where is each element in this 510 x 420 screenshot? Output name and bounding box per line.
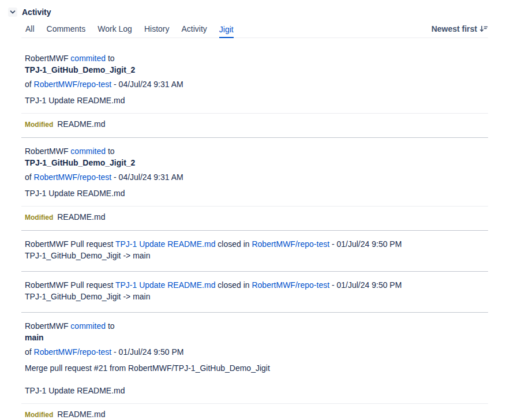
pull-request-body: RobertMWF Pull request TPJ-1 Update READ… <box>21 238 488 271</box>
activity-feed: RobertMWF commited to TPJ-1_GitHub_Demo_… <box>21 45 488 420</box>
sort-descending-icon <box>479 24 488 33</box>
commit-branch: TPJ-1_GitHub_Demo_Jigit_2 <box>25 64 485 76</box>
commit-action-link[interactable]: commited <box>70 54 106 63</box>
section-header: Activity <box>0 0 510 17</box>
pr-middle-text: closed in <box>217 280 249 290</box>
tab-activity[interactable]: Activity <box>181 24 207 38</box>
repo-link[interactable]: RobertMWF/repo-test <box>34 347 112 357</box>
commit-headline: RobertMWF commited to <box>25 145 485 157</box>
file-change-row: Modified README.md <box>21 403 488 420</box>
pr-timestamp: - 01/Jul/24 9:50 PM <box>332 239 402 249</box>
commit-entry: RobertMWF commited to TPJ-1_GitHub_Demo_… <box>21 45 488 138</box>
file-change-row: Modified README.md <box>21 113 488 137</box>
commit-actor: RobertMWF <box>25 54 68 63</box>
page-title: Activity <box>22 7 51 17</box>
of-label: of <box>25 347 32 357</box>
repo-link[interactable]: RobertMWF/repo-test <box>34 172 112 182</box>
commit-message: Merge pull request #21 from RobertMWF/TP… <box>25 362 485 374</box>
commit-action-suffix: to <box>108 321 115 331</box>
commit-headline: RobertMWF commited to <box>25 320 485 332</box>
commit-message-secondary: TPJ-1 Update README.md <box>25 385 485 396</box>
commit-body: RobertMWF commited to TPJ-1_GitHub_Demo_… <box>21 145 488 199</box>
pr-title-link[interactable]: TPJ-1 Update README.md <box>115 280 216 290</box>
of-label: of <box>25 80 32 89</box>
file-name: README.md <box>57 410 105 419</box>
pr-prefix: RobertMWF Pull request <box>25 239 113 249</box>
commit-repo-line: of RobertMWF/repo-test - 01/Jul/24 9:50 … <box>25 346 485 358</box>
pr-middle-text: closed in <box>217 239 249 249</box>
commit-entry: RobertMWF commited to main of RobertMWF/… <box>21 313 488 420</box>
activity-section: Activity All Comments Work Log History A… <box>0 0 510 420</box>
pull-request-entry: RobertMWF Pull request TPJ-1 Update READ… <box>21 231 488 272</box>
file-status-badge: Modified <box>25 121 53 129</box>
commit-timestamp: - 01/Jul/24 9:50 PM <box>114 347 183 357</box>
tab-work-log[interactable]: Work Log <box>97 24 132 38</box>
pull-request-headline: RobertMWF Pull request TPJ-1 Update READ… <box>25 279 485 291</box>
of-label: of <box>25 172 32 182</box>
commit-actor: RobertMWF <box>25 321 68 331</box>
tab-jigit[interactable]: Jigit <box>219 25 234 38</box>
commit-actor: RobertMWF <box>25 147 68 156</box>
pr-timestamp: - 01/Jul/24 9:50 PM <box>332 280 402 290</box>
repo-link[interactable]: RobertMWF/repo-test <box>252 239 329 249</box>
commit-repo-line: of RobertMWF/repo-test - 04/Jul/24 9:31 … <box>25 171 485 183</box>
commit-action-suffix: to <box>108 147 115 156</box>
commit-branch: main <box>25 332 485 343</box>
sort-order-button[interactable]: Newest first <box>432 24 488 38</box>
commit-message: TPJ-1 Update README.md <box>25 95 485 106</box>
pr-prefix: RobertMWF Pull request <box>25 280 113 290</box>
commit-timestamp: - 04/Jul/24 9:31 AM <box>114 172 183 182</box>
sort-order-label: Newest first <box>432 24 477 33</box>
commit-headline: RobertMWF commited to <box>25 52 485 64</box>
commit-action-suffix: to <box>108 54 115 63</box>
commit-body: RobertMWF commited to TPJ-1_GitHub_Demo_… <box>21 52 488 106</box>
file-status-badge: Modified <box>25 411 53 419</box>
commit-message: TPJ-1 Update README.md <box>25 187 485 199</box>
commit-timestamp: - 04/Jul/24 9:31 AM <box>114 80 183 89</box>
pull-request-headline: RobertMWF Pull request TPJ-1 Update READ… <box>25 238 485 250</box>
repo-link[interactable]: RobertMWF/repo-test <box>252 280 329 290</box>
commit-entry: RobertMWF commited to TPJ-1_GitHub_Demo_… <box>21 138 488 231</box>
file-change-row: Modified README.md <box>21 206 488 230</box>
pr-branch-flow: TPJ-1_GitHub_Demo_Jigit -> main <box>25 250 485 261</box>
pr-title-link[interactable]: TPJ-1 Update README.md <box>115 239 216 249</box>
file-name: README.md <box>57 119 105 129</box>
pull-request-body: RobertMWF Pull request TPJ-1 Update READ… <box>21 279 488 312</box>
commit-body: RobertMWF commited to main of RobertMWF/… <box>21 320 488 396</box>
commit-action-link[interactable]: commited <box>70 321 106 331</box>
collapse-toggle-button[interactable] <box>8 7 17 17</box>
tab-comments[interactable]: Comments <box>47 24 86 38</box>
tab-history[interactable]: History <box>144 24 170 38</box>
chevron-down-icon <box>9 9 16 16</box>
tab-all[interactable]: All <box>25 24 35 38</box>
commit-action-link[interactable]: commited <box>70 147 106 156</box>
pr-branch-flow: TPJ-1_GitHub_Demo_Jigit -> main <box>25 291 485 302</box>
pull-request-entry: RobertMWF Pull request TPJ-1 Update READ… <box>21 272 488 313</box>
repo-link[interactable]: RobertMWF/repo-test <box>34 80 112 89</box>
file-name: README.md <box>57 212 105 222</box>
commit-repo-line: of RobertMWF/repo-test - 04/Jul/24 9:31 … <box>25 78 485 90</box>
tabs-bar: All Comments Work Log History Activity J… <box>21 24 488 38</box>
file-status-badge: Modified <box>25 213 53 222</box>
commit-branch: TPJ-1_GitHub_Demo_Jigit_2 <box>25 157 485 168</box>
